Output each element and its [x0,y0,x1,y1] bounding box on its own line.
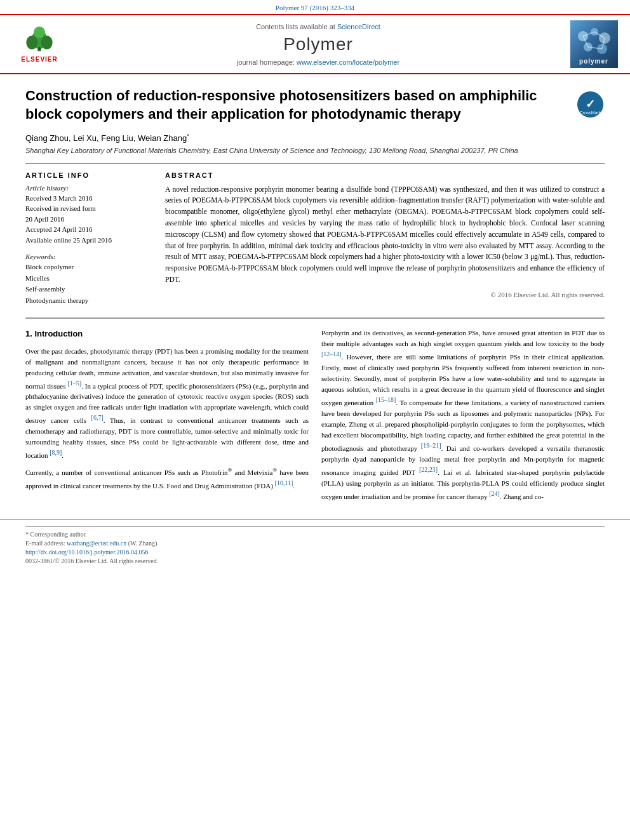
elsevier-tree-icon [20,25,58,54]
authors-line: Qiang Zhou, Lei Xu, Feng Liu, Weian Zhan… [25,132,605,142]
email-line: E-mail address: wazhang@ecust.edu.cn (W.… [25,540,605,547]
body-para-right-1: Porphyrin and its derivatives, as second… [321,328,605,502]
info-abstract-section: ARTICLE INFO Article history: Received 3… [25,171,605,307]
sciencedirect-link[interactable]: ScienceDirect [337,23,380,30]
ref-12-14[interactable]: [12–14] [321,350,342,357]
authors-text: Qiang Zhou, Lei Xu, Feng Liu, Weian Zhan… [25,133,189,143]
svg-text:✓: ✓ [586,98,595,110]
intro-section-title: 1. Introduction [25,328,309,340]
journal-header: ELSEVIER Contents lists available at Sci… [0,14,630,74]
journal-title: Polymer [283,34,353,55]
affiliation-line: Shanghai Key Laboratory of Functional Ma… [25,147,605,154]
elsevier-logo: ELSEVIER [20,25,58,63]
received-date: Received 3 March 2016 [25,193,152,204]
ref-22-23[interactable]: [22,23] [419,466,438,473]
svg-point-3 [41,36,53,50]
ref-19-21[interactable]: [19–21] [421,442,441,449]
body-section: 1. Introduction Over the past decades, p… [25,328,605,507]
accepted-date: Accepted 24 April 2016 [25,224,152,235]
ref-24[interactable]: [24] [489,490,500,497]
ref-15-18[interactable]: [15–18] [376,396,396,403]
email-link[interactable]: wazhang@ecust.edu.cn [67,540,128,547]
article-history-label: Article history: [25,184,152,192]
ref-10-11[interactable]: [10,11] [275,479,293,486]
keywords-list: Block copolymer Micelles Self-assembly P… [25,262,152,306]
crossmark-badge: ✓ CrossMark [576,90,605,121]
ref-1-5[interactable]: [1–5] [67,380,81,387]
ref-6-7[interactable]: [6,7] [91,414,104,421]
journal-homepage-line: journal homepage: www.elsevier.com/locat… [237,58,399,66]
article-info-header: ARTICLE INFO [25,171,152,179]
abstract-column: ABSTRACT A novel reduction-responsive po… [165,171,605,307]
corresponding-note: * Corresponding author. [25,531,87,538]
title-section: ✓ CrossMark Construction of reduction-re… [25,87,605,123]
sciencedirect-line: Contents lists available at ScienceDirec… [256,23,380,30]
keyword-1: Block copolymer [25,262,152,273]
received-revised-label: Received in revised form [25,203,152,214]
email-label: E-mail address: [25,540,65,547]
article-info-column: ARTICLE INFO Article history: Received 3… [25,171,152,307]
polymer-logo-section: polymer [565,20,622,68]
copyright-line: © 2016 Elsevier Ltd. All rights reserved… [165,291,605,298]
doi-link[interactable]: http://dx.doi.org/10.1016/j.polymer.2016… [25,549,148,556]
polymer-logo-label: polymer [570,58,618,65]
elsevier-label: ELSEVIER [21,56,57,63]
body-para-2: Currently, a number of conventional anti… [25,466,309,491]
abstract-header: ABSTRACT [165,171,605,179]
elsevier-logo-section: ELSEVIER [8,20,71,68]
svg-point-5 [38,47,41,50]
revised-date: 20 April 2016 [25,214,152,225]
doi-bar: Polymer 97 (2016) 323–334 [0,0,630,14]
svg-text:CrossMark: CrossMark [580,110,601,115]
article-title: Construction of reduction-responsive pho… [25,87,605,123]
footer-divider [25,526,605,527]
homepage-link[interactable]: www.elsevier.com/locate/polymer [297,58,399,66]
page-wrapper: Polymer 97 (2016) 323–334 ELSEVIER [0,0,630,570]
article-content: ✓ CrossMark Construction of reduction-re… [0,74,630,519]
divider-1 [25,163,605,164]
available-online: Available online 25 April 2016 [25,235,152,246]
polymer-logo-box: polymer [570,20,618,68]
keyword-2: Micelles [25,273,152,284]
issn-line: 0032-3861/© 2016 Elsevier Ltd. All right… [25,557,605,564]
footer-section: * Corresponding author. E-mail address: … [0,519,630,570]
body-right-column: Porphyrin and its derivatives, as second… [321,328,605,507]
body-left-column: 1. Introduction Over the past decades, p… [25,328,309,507]
doi-footer-line: http://dx.doi.org/10.1016/j.polymer.2016… [25,549,605,556]
doi-text: Polymer 97 (2016) 323–334 [276,4,354,11]
body-divider [25,317,605,319]
keyword-4: Photodynamic therapy [25,295,152,307]
body-para-1: Over the past decades, photodynamic ther… [25,346,309,461]
footnote-line: * Corresponding author. [25,526,605,538]
abstract-text: A novel reduction-responsive porphyrin m… [165,184,605,286]
svg-point-2 [26,36,37,50]
keyword-3: Self-assembly [25,284,152,295]
email-attribution: (W. Zhang). [128,540,159,547]
keywords-label: Keywords: [25,253,152,260]
journal-header-center: Contents lists available at ScienceDirec… [71,20,565,68]
svg-point-4 [34,27,45,38]
crossmark-icon: ✓ CrossMark [576,90,605,119]
ref-8-9[interactable]: [8,9] [50,449,62,456]
